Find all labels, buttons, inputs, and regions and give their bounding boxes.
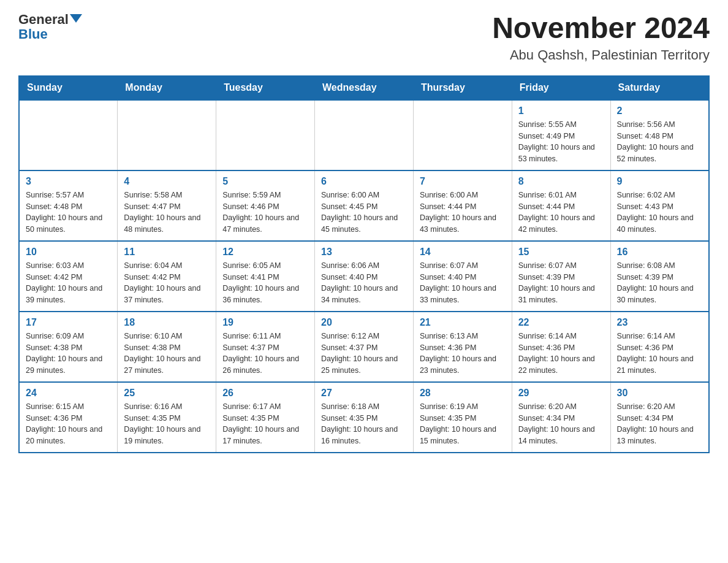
day-info: Sunrise: 6:08 AMSunset: 4:39 PMDaylight:… [617, 260, 702, 306]
day-number: 20 [321, 317, 407, 328]
day-info: Sunrise: 5:58 AMSunset: 4:47 PMDaylight:… [124, 190, 210, 236]
day-number: 3 [26, 176, 111, 187]
calendar-cell: 1Sunrise: 5:55 AMSunset: 4:49 PMDaylight… [512, 100, 610, 170]
day-info: Sunrise: 5:56 AMSunset: 4:48 PMDaylight:… [617, 119, 702, 165]
day-number: 7 [420, 176, 506, 187]
calendar-cell: 18Sunrise: 6:10 AMSunset: 4:38 PMDayligh… [118, 312, 216, 382]
calendar-cell: 29Sunrise: 6:20 AMSunset: 4:34 PMDayligh… [512, 382, 610, 453]
day-info: Sunrise: 6:12 AMSunset: 4:37 PMDaylight:… [321, 331, 407, 377]
calendar-cell: 8Sunrise: 6:01 AMSunset: 4:44 PMDaylight… [512, 170, 610, 241]
day-info: Sunrise: 6:09 AMSunset: 4:38 PMDaylight:… [26, 331, 111, 377]
day-info: Sunrise: 6:20 AMSunset: 4:34 PMDaylight:… [617, 401, 702, 447]
calendar-cell: 2Sunrise: 5:56 AMSunset: 4:48 PMDaylight… [610, 100, 709, 170]
day-number: 6 [321, 176, 407, 187]
day-number: 18 [124, 317, 210, 328]
day-info: Sunrise: 6:15 AMSunset: 4:36 PMDaylight:… [26, 401, 111, 447]
calendar-cell: 19Sunrise: 6:11 AMSunset: 4:37 PMDayligh… [216, 312, 315, 382]
calendar-cell: 4Sunrise: 5:58 AMSunset: 4:47 PMDaylight… [118, 170, 216, 241]
day-info: Sunrise: 6:04 AMSunset: 4:42 PMDaylight:… [124, 260, 210, 306]
day-info: Sunrise: 6:05 AMSunset: 4:41 PMDaylight:… [222, 260, 308, 306]
calendar-cell: 22Sunrise: 6:14 AMSunset: 4:36 PMDayligh… [512, 312, 610, 382]
day-number: 23 [617, 317, 702, 328]
col-header-tuesday: Tuesday [216, 75, 315, 100]
day-number: 19 [222, 317, 308, 328]
day-number: 24 [26, 388, 111, 399]
day-info: Sunrise: 6:01 AMSunset: 4:44 PMDaylight:… [518, 190, 604, 236]
day-number: 17 [26, 317, 111, 328]
calendar-cell: 17Sunrise: 6:09 AMSunset: 4:38 PMDayligh… [19, 312, 118, 382]
calendar-header-row: SundayMondayTuesdayWednesdayThursdayFrid… [19, 75, 709, 100]
month-title: November 2024 [492, 12, 710, 45]
calendar-cell: 30Sunrise: 6:20 AMSunset: 4:34 PMDayligh… [610, 382, 709, 453]
day-number: 9 [617, 176, 702, 187]
day-info: Sunrise: 6:10 AMSunset: 4:38 PMDaylight:… [124, 331, 210, 377]
day-number: 1 [518, 105, 604, 117]
day-number: 26 [222, 388, 308, 399]
calendar-cell [19, 100, 118, 170]
day-info: Sunrise: 6:14 AMSunset: 4:36 PMDaylight:… [617, 331, 702, 377]
calendar-cell: 13Sunrise: 6:06 AMSunset: 4:40 PMDayligh… [315, 241, 414, 312]
day-info: Sunrise: 6:19 AMSunset: 4:35 PMDaylight:… [420, 401, 506, 447]
page-header: General Blue November 2024 Abu Qashsh, P… [18, 12, 710, 63]
day-info: Sunrise: 6:07 AMSunset: 4:39 PMDaylight:… [518, 260, 604, 306]
day-number: 30 [617, 388, 702, 399]
day-info: Sunrise: 5:59 AMSunset: 4:46 PMDaylight:… [222, 190, 308, 236]
calendar-week-row: 3Sunrise: 5:57 AMSunset: 4:48 PMDaylight… [19, 170, 709, 241]
col-header-monday: Monday [118, 75, 216, 100]
location-title: Abu Qashsh, Palestinian Territory [492, 47, 710, 63]
day-info: Sunrise: 6:11 AMSunset: 4:37 PMDaylight:… [222, 331, 308, 377]
day-info: Sunrise: 6:00 AMSunset: 4:44 PMDaylight:… [420, 190, 506, 236]
calendar-week-row: 1Sunrise: 5:55 AMSunset: 4:49 PMDaylight… [19, 100, 709, 170]
calendar-cell: 14Sunrise: 6:07 AMSunset: 4:40 PMDayligh… [413, 241, 512, 312]
calendar-cell [216, 100, 315, 170]
calendar-cell: 26Sunrise: 6:17 AMSunset: 4:35 PMDayligh… [216, 382, 315, 453]
col-header-thursday: Thursday [413, 75, 512, 100]
day-number: 16 [617, 247, 702, 258]
day-info: Sunrise: 6:20 AMSunset: 4:34 PMDaylight:… [518, 401, 604, 447]
day-info: Sunrise: 6:07 AMSunset: 4:40 PMDaylight:… [420, 260, 506, 306]
logo-blue-text: Blue [18, 27, 48, 42]
day-info: Sunrise: 6:14 AMSunset: 4:36 PMDaylight:… [518, 331, 604, 377]
calendar-cell: 20Sunrise: 6:12 AMSunset: 4:37 PMDayligh… [315, 312, 414, 382]
day-info: Sunrise: 6:18 AMSunset: 4:35 PMDaylight:… [321, 401, 407, 447]
calendar-cell: 16Sunrise: 6:08 AMSunset: 4:39 PMDayligh… [610, 241, 709, 312]
day-info: Sunrise: 6:03 AMSunset: 4:42 PMDaylight:… [26, 260, 111, 306]
logo-triangle-icon [70, 14, 82, 23]
calendar-cell: 7Sunrise: 6:00 AMSunset: 4:44 PMDaylight… [413, 170, 512, 241]
calendar-cell: 9Sunrise: 6:02 AMSunset: 4:43 PMDaylight… [610, 170, 709, 241]
day-number: 25 [124, 388, 210, 399]
day-number: 29 [518, 388, 604, 399]
day-number: 15 [518, 247, 604, 258]
calendar-cell: 28Sunrise: 6:19 AMSunset: 4:35 PMDayligh… [413, 382, 512, 453]
title-area: November 2024 Abu Qashsh, Palestinian Te… [492, 12, 710, 63]
day-number: 13 [321, 247, 407, 258]
day-number: 4 [124, 176, 210, 187]
calendar-cell: 11Sunrise: 6:04 AMSunset: 4:42 PMDayligh… [118, 241, 216, 312]
calendar-cell: 25Sunrise: 6:16 AMSunset: 4:35 PMDayligh… [118, 382, 216, 453]
day-number: 2 [617, 105, 702, 117]
col-header-saturday: Saturday [610, 75, 709, 100]
calendar-cell: 3Sunrise: 5:57 AMSunset: 4:48 PMDaylight… [19, 170, 118, 241]
day-info: Sunrise: 6:16 AMSunset: 4:35 PMDaylight:… [124, 401, 210, 447]
day-info: Sunrise: 6:00 AMSunset: 4:45 PMDaylight:… [321, 190, 407, 236]
day-number: 21 [420, 317, 506, 328]
day-number: 28 [420, 388, 506, 399]
day-number: 27 [321, 388, 407, 399]
calendar-table: SundayMondayTuesdayWednesdayThursdayFrid… [18, 75, 710, 453]
day-number: 12 [222, 247, 308, 258]
day-number: 5 [222, 176, 308, 187]
logo-general-text: General [18, 12, 69, 27]
day-info: Sunrise: 5:55 AMSunset: 4:49 PMDaylight:… [518, 119, 604, 165]
calendar-cell: 21Sunrise: 6:13 AMSunset: 4:36 PMDayligh… [413, 312, 512, 382]
calendar-cell: 23Sunrise: 6:14 AMSunset: 4:36 PMDayligh… [610, 312, 709, 382]
day-info: Sunrise: 6:06 AMSunset: 4:40 PMDaylight:… [321, 260, 407, 306]
calendar-cell [118, 100, 216, 170]
col-header-sunday: Sunday [19, 75, 118, 100]
calendar-cell: 6Sunrise: 6:00 AMSunset: 4:45 PMDaylight… [315, 170, 414, 241]
logo: General Blue [18, 12, 82, 42]
day-number: 10 [26, 247, 111, 258]
day-number: 22 [518, 317, 604, 328]
day-number: 11 [124, 247, 210, 258]
day-info: Sunrise: 6:02 AMSunset: 4:43 PMDaylight:… [617, 190, 702, 236]
calendar-cell [413, 100, 512, 170]
